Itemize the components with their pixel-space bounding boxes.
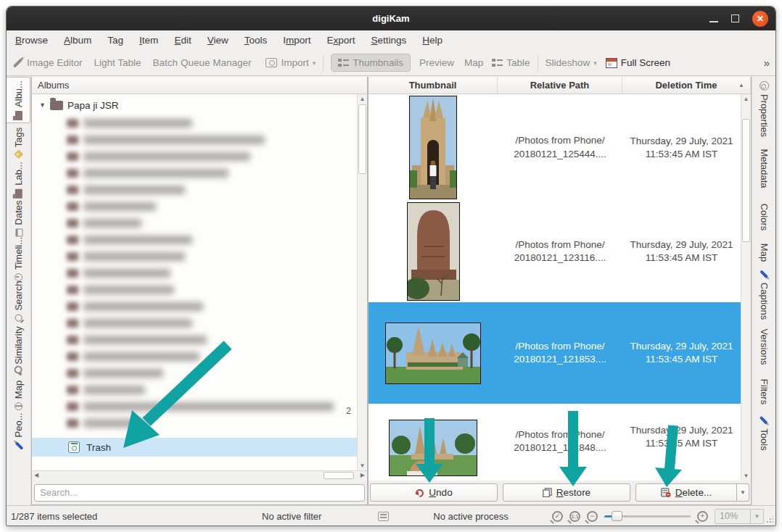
- table-vertical-scrollbar[interactable]: ▲ ▼: [741, 94, 751, 481]
- tab-dates[interactable]: Dates: [7, 199, 30, 238]
- album-item-redacted[interactable]: [32, 381, 355, 398]
- album-item-redacted[interactable]: [32, 348, 355, 365]
- scrollbar-thumb[interactable]: [324, 472, 354, 479]
- table-row-selected[interactable]: /Photos from Phone/20180121_121853.... T…: [369, 302, 741, 404]
- thumbnail-image[interactable]: [409, 96, 457, 199]
- import-button[interactable]: Import▾: [266, 57, 316, 68]
- album-item-redacted[interactable]: [32, 298, 355, 315]
- menu-browse[interactable]: Browse: [15, 35, 48, 46]
- tab-timeline[interactable]: Timeli...: [7, 238, 30, 280]
- album-item-redacted[interactable]: [32, 148, 355, 165]
- preview-button[interactable]: Preview: [419, 57, 454, 68]
- zoom-slider[interactable]: [604, 511, 691, 521]
- full-screen-button[interactable]: Full Screen: [606, 57, 670, 68]
- trash-item[interactable]: Trash: [32, 438, 357, 457]
- image-editor-button[interactable]: Image Editor: [12, 57, 83, 68]
- albums-vertical-scrollbar[interactable]: ▲ ▼: [357, 94, 367, 470]
- menu-edit[interactable]: Edit: [174, 35, 191, 46]
- tab-properties[interactable]: Properties: [752, 77, 776, 141]
- column-header-thumbnail[interactable]: Thumbnail: [369, 77, 498, 93]
- table-row[interactable]: /Photos from Phone/20180121_123116.... T…: [369, 201, 741, 302]
- scroll-down-icon[interactable]: ▼: [358, 462, 367, 469]
- table-row[interactable]: /Photos from Phone/20180121_121848.... T…: [369, 404, 741, 481]
- thumbnail-image[interactable]: [389, 420, 477, 476]
- toolbar-overflow-button[interactable]: »: [764, 57, 770, 69]
- tab-tags[interactable]: Tags: [7, 123, 30, 161]
- thumbnail-image[interactable]: [407, 202, 460, 301]
- tab-map[interactable]: Map: [7, 380, 30, 410]
- album-item-redacted[interactable]: [32, 198, 355, 215]
- scroll-down-icon[interactable]: ▼: [741, 473, 751, 479]
- menu-import[interactable]: Import: [283, 35, 310, 46]
- minimize-button[interactable]: [709, 21, 718, 22]
- albums-tree[interactable]: ▼ Papa ji JSR 2 Trash ▲ ▼: [32, 94, 367, 470]
- thumbnail-image[interactable]: [385, 323, 481, 384]
- album-item-redacted[interactable]: [32, 265, 355, 281]
- map-button[interactable]: Map: [464, 57, 483, 68]
- menu-help[interactable]: Help: [422, 35, 443, 46]
- menu-view[interactable]: View: [207, 35, 229, 46]
- thumbnails-button[interactable]: Thumbnails: [331, 54, 411, 72]
- album-item-redacted[interactable]: [32, 281, 355, 298]
- tab-colors[interactable]: Colors: [752, 196, 776, 238]
- tab-versions[interactable]: Versions: [752, 322, 776, 371]
- album-item-redacted[interactable]: [32, 331, 355, 348]
- delete-button[interactable]: Delete...: [635, 483, 737, 502]
- table-row[interactable]: /Photos from Phone/20180121_125444.... T…: [369, 94, 741, 201]
- tab-search[interactable]: Search: [7, 280, 30, 322]
- album-item-redacted[interactable]: [32, 365, 355, 381]
- album-item-redacted[interactable]: [32, 165, 355, 181]
- titlebar[interactable]: digiKam ✕: [7, 7, 775, 30]
- search-input[interactable]: [34, 484, 365, 502]
- scroll-right-icon[interactable]: ▶: [361, 472, 365, 478]
- zoom-fit-button[interactable]: ✓: [552, 511, 563, 522]
- zoom-slider-handle[interactable]: [612, 511, 622, 521]
- album-item-redacted[interactable]: [32, 231, 355, 248]
- tab-metadata[interactable]: Metadata: [752, 141, 776, 196]
- menu-tools[interactable]: Tools: [244, 35, 268, 46]
- tab-map-right[interactable]: Map: [752, 238, 776, 267]
- maximize-button[interactable]: [731, 14, 739, 22]
- tab-labels[interactable]: Lab...: [7, 161, 30, 199]
- zoom-level-value[interactable]: 10%: [715, 509, 751, 524]
- album-item-redacted[interactable]: [32, 315, 355, 331]
- menu-tag[interactable]: Tag: [107, 35, 123, 46]
- tab-tools[interactable]: Tools: [752, 412, 776, 454]
- zoom-out-button[interactable]: −: [587, 511, 598, 522]
- column-header-deletion-time[interactable]: Deletion Time▲: [622, 77, 751, 93]
- batch-queue-manager-button[interactable]: Batch Queue Manager: [153, 57, 252, 68]
- slideshow-button[interactable]: Slideshow▾: [546, 57, 597, 68]
- scroll-up-icon[interactable]: ▲: [358, 96, 367, 102]
- scroll-up-icon[interactable]: ▲: [741, 96, 751, 102]
- album-item-redacted[interactable]: [32, 131, 355, 148]
- close-button[interactable]: ✕: [752, 11, 768, 27]
- expand-arrow-icon[interactable]: ▼: [39, 101, 46, 109]
- menu-settings[interactable]: Settings: [371, 35, 407, 46]
- album-item-redacted[interactable]: [32, 248, 355, 265]
- light-table-button[interactable]: Light Table: [94, 57, 141, 68]
- resize-grip[interactable]: [766, 516, 773, 523]
- album-root-item[interactable]: ▼ Papa ji JSR: [32, 97, 118, 113]
- restore-button[interactable]: Restore: [503, 483, 630, 502]
- album-item-redacted[interactable]: [32, 115, 355, 131]
- albums-horizontal-scrollbar[interactable]: ◀ ▶: [32, 470, 367, 481]
- tab-people[interactable]: Peo...: [7, 410, 30, 452]
- album-item-redacted[interactable]: [32, 398, 355, 415]
- table-button[interactable]: Table: [492, 57, 530, 68]
- tab-similarity[interactable]: Similarity: [7, 322, 30, 380]
- scroll-left-icon[interactable]: ◀: [34, 472, 38, 478]
- menu-item[interactable]: Item: [139, 35, 158, 46]
- tab-filters[interactable]: Filters: [752, 371, 776, 412]
- menu-export[interactable]: Export: [326, 35, 355, 46]
- zoom-level-dropdown[interactable]: ▼: [751, 509, 764, 524]
- tab-captions[interactable]: Captions: [752, 267, 776, 322]
- album-item-redacted[interactable]: [32, 415, 355, 431]
- zoom-in-button[interactable]: +: [697, 511, 708, 522]
- zoom-100-button[interactable]: 1:1: [569, 511, 580, 522]
- column-header-relative-path[interactable]: Relative Path: [498, 77, 622, 93]
- scrollbar-thumb[interactable]: [742, 119, 750, 242]
- album-item-redacted[interactable]: [32, 215, 355, 231]
- album-item-redacted[interactable]: [32, 181, 355, 198]
- scrollbar-thumb[interactable]: [358, 104, 366, 174]
- menu-album[interactable]: Album: [64, 35, 91, 46]
